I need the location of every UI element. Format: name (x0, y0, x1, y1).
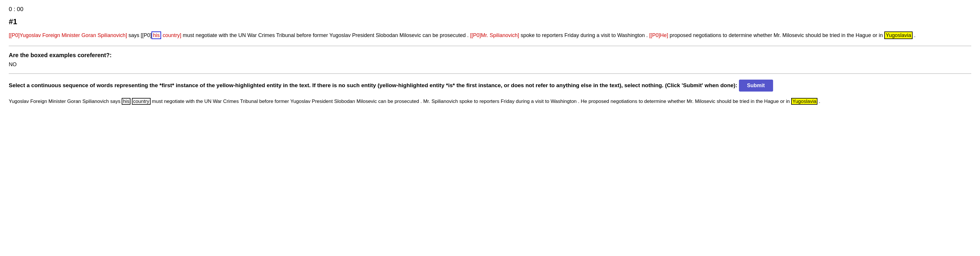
coreference-answer: NO (9, 62, 971, 68)
passage-text-3: must negotiate with the UN War Crimes Tr… (183, 32, 470, 38)
boxed-his: his (151, 32, 161, 39)
entity-p0-1: [[P0]Yugoslav Foreign Minister Goran Spi… (9, 32, 127, 38)
divider-2 (9, 73, 971, 74)
sel-his[interactable]: his (122, 98, 130, 105)
sel-country[interactable]: country (132, 98, 151, 105)
sel-end: . (818, 98, 820, 104)
passage-text-2: country] (161, 32, 181, 38)
sel-yugoslavia[interactable]: Yugoslavia (791, 98, 818, 105)
annotated-passage: [[P0]Yugoslav Foreign Minister Goran Spi… (9, 31, 971, 40)
boxed-yugoslavia-1: Yugoslavia (884, 32, 913, 39)
entity-p0-2: [[P0]Mr. Spilianovich] (470, 32, 519, 38)
entity-p0-3: [[P0]He] (649, 32, 668, 38)
passage-text-4: spoke to reporters Friday during a visit… (521, 32, 649, 38)
passage-text-6: . (914, 32, 915, 38)
coreference-question-label: Are the boxed examples coreferent?: (9, 52, 971, 58)
sel-mid: must negotiate with the UN War Crimes Tr… (151, 98, 791, 104)
selectable-passage[interactable]: Yugoslav Foreign Minister Goran Spiliano… (9, 97, 971, 106)
passage-text-1: says [[P0] (129, 32, 151, 38)
passage-text-5: proposed negotiations to determine wheth… (670, 32, 884, 38)
instruction-text: Select a continuous sequence of words re… (9, 80, 971, 92)
sel-pre: Yugoslav Foreign Minister Goran Spiliano… (9, 98, 122, 104)
submit-button[interactable]: Submit (739, 80, 773, 92)
question-number: #1 (9, 17, 971, 26)
timer-display: 0 : 00 (9, 6, 971, 13)
